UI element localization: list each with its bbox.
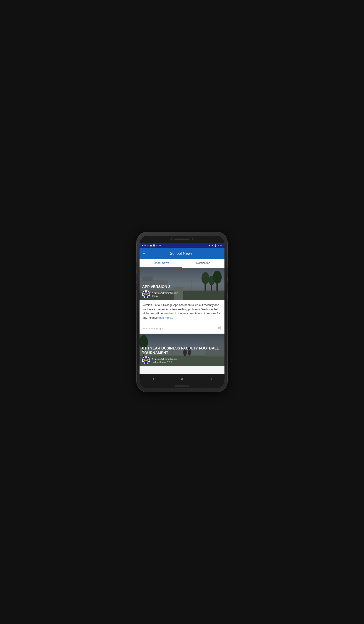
battery-icon: 🔋 xyxy=(214,244,217,247)
tabs-bar: School News Notification xyxy=(140,259,224,268)
author-row-1: Admin Administration Today xyxy=(142,290,222,298)
speaker-grille xyxy=(174,238,190,240)
warning-icon: ⚠ xyxy=(147,244,149,247)
card-text-1: Version 2 of our College App has been ro… xyxy=(143,303,221,320)
share-icon-1[interactable] xyxy=(217,326,221,331)
bottom-nav: ◁ ○ □ xyxy=(140,374,224,384)
clipboard-check-icon: ✅ xyxy=(153,244,155,247)
hero-overlay-1: APP VERSION 2 xyxy=(140,268,224,300)
avatar-2 xyxy=(142,356,150,364)
author-row-2: Admin Administration Friday, 6 May 2016 xyxy=(142,356,222,364)
status-time: 5:18 xyxy=(218,244,222,247)
bag-icon: 🛍 xyxy=(159,244,161,247)
phone-bottom-bar xyxy=(140,384,224,388)
news-card-1: APP VERSION 2 xyxy=(140,268,224,333)
news-content[interactable]: APP VERSION 2 xyxy=(140,268,224,374)
back-button[interactable]: ◁ xyxy=(149,374,158,383)
source-label-1: Source:School App xyxy=(143,327,163,330)
svg-point-40 xyxy=(146,360,147,361)
author-date-1: Today xyxy=(152,295,178,297)
checkbox-icon: ☑ xyxy=(156,244,158,247)
status-icons-left: ⬇ 🖼 ⚠ 📋 ✅ ☑ 🛍 xyxy=(142,244,161,247)
camera-dot xyxy=(171,238,172,240)
svg-line-24 xyxy=(219,327,220,328)
school-logo-icon-2 xyxy=(143,357,149,363)
author-date-2: Friday, 6 May 2016 xyxy=(152,361,178,363)
clipboard-icon: 📋 xyxy=(150,244,152,247)
signal-icon: ◤ xyxy=(212,244,213,247)
news-card-2: 6TH YEAR BUSINESS FACULTY FOOTBALL TOURN… xyxy=(140,334,224,366)
avatar-1 xyxy=(142,290,150,298)
author-name-1: Admin Administration xyxy=(152,291,178,295)
school-logo-icon xyxy=(143,291,149,297)
news-hero-1: APP VERSION 2 xyxy=(140,268,224,300)
recent-apps-button[interactable]: □ xyxy=(206,374,215,383)
hero-overlay-2: 6TH YEAR BUSINESS FACULTY FOOTBALL TOURN… xyxy=(140,334,224,366)
card-footer-1: Source:School App xyxy=(140,324,224,333)
image-icon: 🖼 xyxy=(144,244,146,247)
download-icon: ⬇ xyxy=(142,244,143,247)
author-info-2: Admin Administration Friday, 6 May 2016 xyxy=(152,358,178,363)
status-bar: ⬇ 🖼 ⚠ 📋 ✅ ☑ 🛍 ▼ ◤ 🔋 5:18 xyxy=(140,243,224,248)
read-more-link-1[interactable]: read more... xyxy=(158,316,174,319)
status-icons-right: ▼ ◤ 🔋 5:18 xyxy=(209,244,222,247)
phone-screen: ⬇ 🖼 ⚠ 📋 ✅ ☑ 🛍 ▼ ◤ 🔋 5:18 ≡ Scho xyxy=(140,236,224,388)
hamburger-icon[interactable]: ≡ xyxy=(143,251,145,256)
news-title-1: APP VERSION 2 xyxy=(142,285,222,289)
phone-device: ⬇ 🖼 ⚠ 📋 ✅ ☑ 🛍 ▼ ◤ 🔋 5:18 ≡ Scho xyxy=(136,232,228,392)
news-hero-2: 6TH YEAR BUSINESS FACULTY FOOTBALL TOURN… xyxy=(140,334,224,366)
author-name-2: Admin Administration xyxy=(152,358,178,361)
news-title-2: 6TH YEAR BUSINESS FACULTY FOOTBALL TOURN… xyxy=(142,346,222,355)
author-info-1: Admin Administration Today xyxy=(152,291,178,297)
bottom-speaker-grille xyxy=(174,386,190,387)
wifi-icon: ▼ xyxy=(209,244,211,247)
tab-school-news[interactable]: School News xyxy=(140,259,182,268)
tab-notification[interactable]: Notification xyxy=(182,259,224,268)
app-bar-title: School News xyxy=(149,251,214,256)
app-bar: ≡ School News xyxy=(140,248,224,259)
svg-line-23 xyxy=(219,328,220,329)
card-body-1: Version 2 of our College App has been ro… xyxy=(140,300,224,322)
screen: ⬇ 🖼 ⚠ 📋 ✅ ☑ 🛍 ▼ ◤ 🔋 5:18 ≡ Scho xyxy=(140,243,224,384)
home-button[interactable]: ○ xyxy=(178,374,186,383)
phone-top-bar xyxy=(140,236,224,243)
svg-point-19 xyxy=(146,294,147,295)
sensor-dot xyxy=(192,238,193,240)
